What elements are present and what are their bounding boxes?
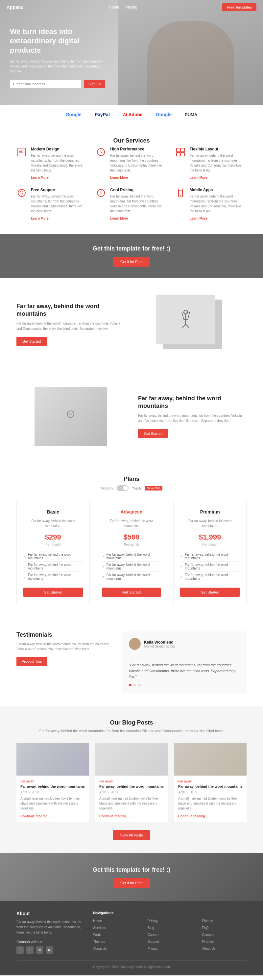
footer-copyright: Copyright © 2022 Company name All rights… <box>93 965 170 969</box>
plan-feature-adv-2: ✓Far far away, behind the word mountains <box>102 571 162 582</box>
nav-links: Home Pricing <box>109 5 138 10</box>
plan-feature-basic-2: ✓Far far away, behind the word mountains <box>23 571 83 582</box>
footer-brand-desc: Far far away, behind the word mountains,… <box>16 920 83 935</box>
footer-link-privacy2[interactable]: Privacy <box>202 919 213 923</box>
blog-continue-1[interactable]: Continue reading... <box>99 815 129 818</box>
footer-link-services[interactable]: Services <box>93 926 106 930</box>
footer-col2-title <box>147 911 192 915</box>
plan-price-advanced: $599 <box>102 533 162 541</box>
testimonials-right: Keila Woodlend Market Strategist City ← … <box>122 632 247 693</box>
svg-point-7 <box>21 195 22 196</box>
blog-continue-2[interactable]: Continue reading... <box>178 815 208 818</box>
toggle-monthly-label: Monthly <box>101 486 113 490</box>
footer-nav-list-2: Pricing Blog Careers Support Privacy <box>147 918 192 951</box>
footer-nav-col-2: Pricing Blog Careers Support Privacy <box>147 911 192 954</box>
service-link-1[interactable]: Learn More <box>110 176 128 180</box>
hero-content: We turn ideas into extraordinary digital… <box>0 7 115 99</box>
plan-period-premium: Per month <box>180 543 240 546</box>
footer-nav-col-1: Navigations Home Services Work Themes Ab… <box>93 911 138 954</box>
blog-body-1: Far away Far away, behind the word mount… <box>95 776 168 822</box>
plan-feature-adv-1: ✓Far far away, behind the word mountains <box>102 561 162 571</box>
hero-email-input[interactable] <box>10 80 81 88</box>
cool-pricing-icon <box>96 188 106 198</box>
footer-link-privacy[interactable]: Privacy <box>147 947 158 950</box>
blog-post-title-1: Far away, behind the word mountains <box>99 784 164 788</box>
review-dot-3[interactable] <box>138 684 141 686</box>
service-link-2[interactable]: Learn More <box>190 176 208 180</box>
blog-continue-0[interactable]: Continue reading... <box>21 815 50 818</box>
hero-submit-button[interactable]: Sign up <box>84 80 105 88</box>
nav-link-pricing[interactable]: Pricing <box>125 5 138 10</box>
cta1-button[interactable]: Get it for Free <box>113 257 150 267</box>
service-name-1: High Performance <box>110 147 167 151</box>
service-desc-1: Far far away, behind the word mountains,… <box>110 153 167 173</box>
product-tour-button[interactable]: Product Tour <box>16 657 48 666</box>
footer-link-work[interactable]: Work <box>93 933 101 937</box>
blog-post-title-2: Far away, behind the word mountains <box>178 784 242 788</box>
social-instagram-icon[interactable]: in <box>36 947 43 954</box>
flexible-layout-icon <box>175 147 186 158</box>
service-item-pricing: Cool Pricing Far far away, behind the wo… <box>96 188 167 221</box>
view-posts-button[interactable]: View All Posts <box>113 830 150 840</box>
plan-period-advanced: Per month <box>102 543 162 546</box>
footer-link-themes[interactable]: Themes <box>93 940 105 943</box>
plan-card-advanced: Advanced Far far away, behind the word m… <box>95 501 168 605</box>
plan-card-premium: Premium Far far away, behind the word mo… <box>173 501 247 605</box>
check-icon: ✓ <box>180 555 183 558</box>
footer-col3-title <box>202 911 247 915</box>
service-link-5[interactable]: Learn More <box>190 216 208 220</box>
footer-link-pricing[interactable]: Pricing <box>147 919 158 923</box>
footer-link-support[interactable]: Support <box>147 940 159 943</box>
feature1-button[interactable]: Get Started <box>16 337 47 346</box>
plan-features-premium: ✓Far far away, behind the word mountains… <box>180 551 240 582</box>
plan-name-advanced: Advanced <box>102 509 162 514</box>
plan-name-basic: Basic <box>23 509 83 514</box>
footer-link-finance[interactable]: Finance <box>202 940 214 943</box>
plans-toggle: Monthly Yearly Save 30% <box>16 485 247 491</box>
feature-section-1: Far far away, behind the word mountains … <box>0 278 263 370</box>
plan-feature-basic-1: ✓Far far away, behind the word mountains <box>23 561 83 571</box>
service-link-3[interactable]: Learn More <box>31 216 49 220</box>
blog-image-0 <box>16 743 89 776</box>
service-desc-3: Far far away, behind the word mountains,… <box>31 194 88 214</box>
cta2-button[interactable]: Get it for Free <box>113 878 150 888</box>
footer-nav-list-3: Privacy FAQ Connect Finance About Us <box>202 918 247 951</box>
review-dot-2[interactable] <box>133 684 136 686</box>
footer-link-about[interactable]: About Us <box>93 947 106 950</box>
feature1-desc: Far far away, behind the word mountains,… <box>16 321 125 331</box>
service-content-high-perf: High Performance Far far away, behind th… <box>110 147 167 180</box>
plan-name-premium: Premium <box>180 509 240 514</box>
footer-link-home[interactable]: Home <box>93 919 102 923</box>
toggle-switch[interactable] <box>117 485 128 491</box>
check-icon: ✓ <box>102 565 105 568</box>
hero-description: Far far away, behind the word mountains,… <box>10 59 105 74</box>
service-link-0[interactable]: Learn More <box>31 176 49 180</box>
service-desc-4: Far far away, behind the word mountains,… <box>110 194 167 214</box>
footer-link-careers[interactable]: Careers <box>147 933 160 937</box>
footer-link-aboutus[interactable]: About Us <box>202 947 215 950</box>
review-dot-1[interactable] <box>129 684 132 686</box>
plan-btn-basic[interactable]: Get Started <box>23 588 83 597</box>
plan-btn-premium[interactable]: Get Started <box>180 588 240 597</box>
review-next-arrow[interactable]: → <box>136 654 141 660</box>
footer-link-connect[interactable]: Connect <box>202 933 214 937</box>
social-twitter-icon[interactable]: t <box>26 947 33 954</box>
footer-bottom: Copyright © 2022 Company name All rights… <box>16 960 247 969</box>
service-name-2: Flexible Layout <box>190 147 247 151</box>
feature1-image <box>138 294 247 354</box>
social-youtube-icon[interactable]: ▶ <box>46 947 53 954</box>
testimonials-title: Testimonials <box>16 632 109 638</box>
nav-cta-button[interactable]: Free Templates <box>222 3 257 11</box>
plan-btn-advanced[interactable]: Get Started <box>102 588 162 597</box>
service-content-pricing: Cool Pricing Far far away, behind the wo… <box>110 188 167 221</box>
blog-card-1: Far away Far away, behind the word mount… <box>95 743 168 822</box>
footer-link-faq[interactable]: FAQ <box>202 926 208 930</box>
feature2-button[interactable]: Get Started <box>138 429 168 438</box>
service-link-4[interactable]: Learn More <box>110 216 128 220</box>
feature1-content: Far far away, behind the word mountains … <box>16 302 125 346</box>
social-facebook-icon[interactable]: f <box>16 947 24 954</box>
review-prev-arrow[interactable]: ← <box>129 654 133 660</box>
footer-link-blog[interactable]: Blog <box>147 926 154 930</box>
nav-link-home[interactable]: Home <box>109 5 119 10</box>
footer-brand: About Far far away, behind the word moun… <box>16 911 83 954</box>
